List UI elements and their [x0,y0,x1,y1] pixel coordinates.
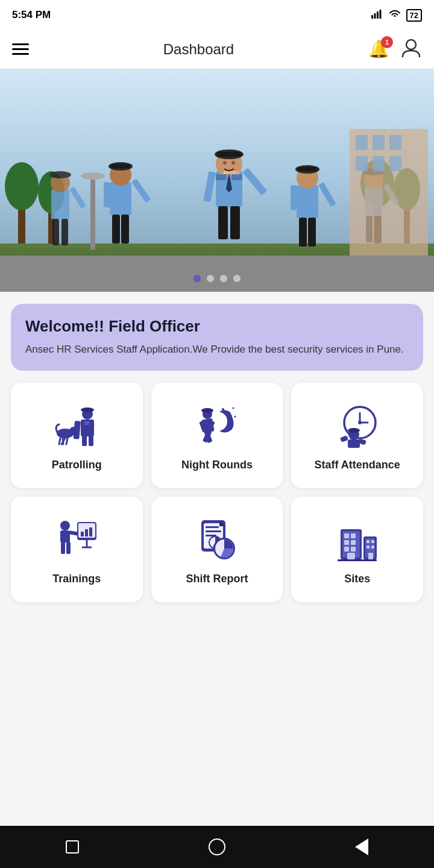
svg-rect-38 [121,215,129,244]
staff-attendance-icon [333,401,382,450]
svg-rect-3 [379,10,381,19]
svg-rect-133 [371,540,374,543]
page-title: Dashboard [163,41,234,58]
staff-attendance-button[interactable]: Staff Attendance [291,383,423,488]
svg-rect-129 [347,553,355,559]
svg-rect-99 [340,435,348,442]
dot-2[interactable] [207,275,214,282]
svg-point-95 [358,421,362,424]
svg-rect-108 [81,532,84,536]
svg-rect-134 [366,546,370,549]
welcome-title: Welcome!! Field Officer [25,317,409,336]
svg-rect-102 [60,530,70,542]
svg-rect-62 [389,135,401,150]
patrolling-icon [52,401,101,450]
hamburger-menu-button[interactable] [12,43,29,55]
svg-rect-115 [206,526,219,528]
night-rounds-icon [193,401,241,450]
svg-line-73 [63,438,63,444]
nav-square-button[interactable] [60,835,84,859]
trainings-label: Trainings [52,572,101,586]
svg-rect-2 [377,11,379,19]
header: Dashboard 🔔 1 [0,30,434,69]
svg-point-49 [49,171,71,178]
svg-rect-125 [344,540,349,545]
svg-rect-65 [389,156,401,171]
svg-rect-7 [0,256,434,292]
carousel-dots [193,275,241,282]
status-icons: 72 [371,9,422,22]
svg-rect-21 [217,152,241,157]
patrolling-label: Patrolling [52,458,102,472]
svg-rect-79 [73,421,81,439]
triangle-icon [355,838,368,855]
svg-rect-39 [297,185,318,218]
svg-text:ANSEC: ANSEC [223,170,240,175]
signal-icon [371,9,383,21]
night-rounds-button[interactable]: Night Rounds [151,383,283,488]
welcome-subtitle: Ansec HR Services Staff Application.We P… [25,342,409,357]
svg-line-72 [59,438,60,444]
svg-rect-123 [344,533,349,538]
nav-home-button[interactable] [205,835,229,859]
svg-rect-42 [298,167,317,171]
svg-rect-98 [348,439,360,448]
notification-badge: 1 [381,36,393,48]
svg-rect-51 [52,219,59,245]
banner-carousel: ANSEC [0,69,434,292]
svg-rect-124 [351,533,356,538]
svg-point-30 [231,161,235,165]
notification-button[interactable]: 🔔 1 [368,39,389,59]
svg-rect-31 [110,182,131,215]
svg-rect-104 [61,542,65,554]
svg-point-84 [233,407,234,409]
svg-rect-34 [111,164,130,168]
shift-report-button[interactable]: Shift Report [151,497,283,602]
feature-grid: Patrolling [11,383,423,602]
svg-rect-60 [356,135,368,150]
dot-3[interactable] [220,275,227,282]
dot-1[interactable] [193,275,201,282]
svg-point-82 [222,408,224,410]
welcome-card: Welcome!! Field Officer Ansec HR Service… [11,304,423,371]
status-time: 5:54 PM [12,9,51,21]
shift-report-label: Shift Report [186,572,248,586]
svg-rect-47 [51,189,69,219]
svg-rect-105 [66,542,71,554]
svg-point-4 [406,40,416,49]
bottom-navigation [0,826,434,868]
svg-rect-135 [371,546,374,549]
svg-rect-44 [291,185,297,210]
sites-button[interactable]: Sites [291,497,423,602]
svg-point-9 [5,162,39,210]
svg-point-75 [81,407,94,412]
svg-rect-81 [84,421,89,425]
header-actions: 🔔 1 [368,36,422,62]
svg-point-97 [348,428,360,433]
svg-rect-137 [338,559,377,561]
patrolling-button[interactable]: Patrolling [11,383,143,488]
profile-button[interactable] [400,36,422,62]
svg-rect-110 [89,527,92,536]
trainings-button[interactable]: Trainings [11,497,143,602]
svg-rect-77 [82,435,87,446]
svg-rect-45 [299,218,307,247]
circle-icon [209,838,225,855]
staff-attendance-label: Staff Attendance [314,458,400,472]
svg-rect-61 [373,135,385,150]
nav-back-button[interactable] [350,835,374,859]
svg-point-86 [201,408,213,413]
svg-rect-25 [230,206,240,239]
svg-rect-127 [344,547,349,552]
svg-line-71 [66,438,68,444]
svg-rect-1 [374,13,376,19]
svg-rect-52 [61,219,68,245]
svg-point-17 [81,172,105,180]
battery-icon: 72 [406,9,422,22]
dot-4[interactable] [233,275,241,282]
wifi-icon [388,9,401,21]
svg-rect-63 [356,156,368,171]
svg-rect-136 [368,553,373,559]
status-bar: 5:54 PM 72 [0,0,434,30]
svg-rect-109 [85,529,88,536]
